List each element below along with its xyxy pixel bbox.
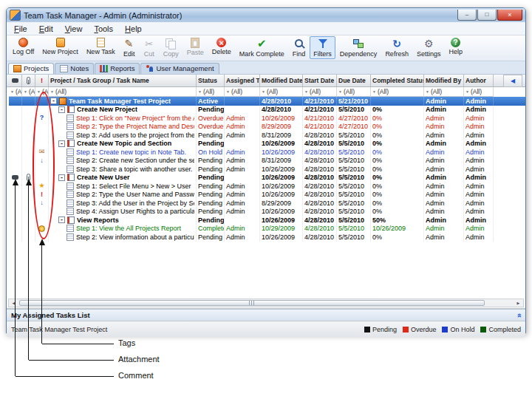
- filter-cell-completed[interactable]: ▼(All): [371, 87, 424, 97]
- assigned-tasks-panel[interactable]: My Assigned Tasks List »: [7, 309, 525, 321]
- app-window: Team Task Manager - Admin (Administrator…: [6, 7, 526, 334]
- maximize-button[interactable]: □: [477, 10, 497, 21]
- grid-row[interactable]: Step 4: Assign User Rights to a particul…: [9, 208, 525, 216]
- column-header-tag[interactable]: !: [35, 75, 49, 86]
- toolbar-edit-button[interactable]: Edit: [120, 36, 139, 59]
- grid-row[interactable]: Step 1: Select File Menu > New > UserPen…: [9, 182, 525, 191]
- column-header-status[interactable]: Status: [197, 75, 225, 86]
- grid-row[interactable]: Step 1: View the All Projects ReportComp…: [9, 225, 525, 233]
- modified-cell: 10/26/2009: [260, 114, 303, 123]
- close-button[interactable]: ×: [497, 10, 522, 21]
- attachment-cell: [22, 106, 35, 115]
- column-header-assigned[interactable]: Assigned To: [225, 75, 260, 86]
- tab-user-management[interactable]: User Management: [140, 63, 219, 74]
- toolbar-delete-button[interactable]: Delete: [208, 36, 235, 57]
- tab-reports[interactable]: Reports: [95, 63, 140, 74]
- toolbar-new-task-button[interactable]: New Task: [83, 36, 119, 57]
- filter-cell-author[interactable]: ▼(All): [464, 87, 494, 97]
- grid-row[interactable]: Step 3: Add users to the project from th…: [9, 131, 525, 140]
- grid-row[interactable]: Step 1: Click on "New Project" from the …: [9, 114, 525, 123]
- column-header-attachment[interactable]: [22, 75, 35, 86]
- menu-bar: FileEditViewToolsHelp: [7, 22, 525, 35]
- grid-row[interactable]: Step 2: Create new Section under the sel…: [9, 157, 525, 166]
- logoff-icon: [18, 38, 28, 47]
- column-header-start[interactable]: Start Date: [303, 75, 337, 86]
- filter-cell-assigned[interactable]: ▼(All): [225, 87, 260, 97]
- filter-cell-modified[interactable]: ▼(All): [260, 87, 303, 97]
- filter-cell-modified_by[interactable]: ▼(All): [424, 87, 464, 97]
- filler-cell: [494, 114, 513, 123]
- collapse-chevron-icon[interactable]: »: [514, 313, 523, 317]
- column-header-completed[interactable]: Completed Status: [371, 75, 424, 86]
- toolbar-dependency-button[interactable]: Dependency: [336, 36, 381, 59]
- grid-row[interactable]: Create New ProjectPending4/28/20104/21/2…: [9, 106, 525, 115]
- column-header-modified_by[interactable]: Modified By: [424, 75, 464, 86]
- filter-cell-start[interactable]: ▼(All): [303, 87, 337, 97]
- toolbar-copy-button[interactable]: Copy: [160, 36, 183, 59]
- completed-cell: 0%: [371, 233, 424, 242]
- due-cell: 5/21/2010: [337, 97, 371, 106]
- due-cell: 5/5/2010: [337, 165, 371, 174]
- column-header-comment[interactable]: [9, 75, 22, 86]
- column-header-modified[interactable]: Modified Date: [260, 75, 303, 86]
- filter-cell-attachment[interactable]: ▼(All): [22, 87, 35, 97]
- toolbar-mark-complete-button[interactable]: Mark Complete: [236, 36, 288, 59]
- horizontal-scrollbar[interactable]: ◀ ▶: [8, 299, 524, 307]
- toolbar-refresh-button[interactable]: Refresh: [381, 36, 412, 59]
- grid-row[interactable]: Step 2: Type the User Name and PasswordP…: [9, 191, 525, 200]
- modified-cell: 10/26/2009: [260, 174, 303, 183]
- toolbar-find-button[interactable]: Find: [289, 36, 310, 59]
- grid-row[interactable]: Step 2: View information about a particu…: [9, 233, 525, 242]
- filter-value: (All): [16, 88, 22, 95]
- title-bar[interactable]: Team Task Manager - Admin (Administrator…: [7, 8, 525, 22]
- filter-cell-due[interactable]: ▼(All): [337, 87, 371, 97]
- tab-projects[interactable]: Projects: [8, 63, 54, 74]
- tree-expander[interactable]: [58, 140, 65, 147]
- step-icon: [66, 191, 74, 198]
- scroll-right-button[interactable]: ▶: [514, 299, 523, 307]
- toolbar-logoff-button[interactable]: Log Off: [9, 36, 38, 57]
- toolbar-help-button[interactable]: Help: [445, 36, 466, 57]
- scrollbar-thumb[interactable]: [19, 300, 485, 306]
- grid-row[interactable]: Step 3: Add the User in the Project by S…: [9, 199, 525, 208]
- column-nav-button[interactable]: ◀: [503, 75, 522, 87]
- tab-notes[interactable]: Notes: [55, 63, 94, 74]
- column-header-author[interactable]: Author: [464, 75, 494, 86]
- toolbar-paste-button[interactable]: Paste: [183, 36, 208, 58]
- grid-row[interactable]: Create New UserPending10/26/20094/28/201…: [9, 174, 525, 183]
- column-header-due[interactable]: Due Date: [337, 75, 371, 86]
- filter-cell-comment[interactable]: ▼(All): [9, 87, 22, 97]
- grid-row[interactable]: Team Task Manager Test ProjectActive4/28…: [9, 97, 525, 106]
- scroll-left-button[interactable]: ◀: [9, 299, 18, 307]
- menu-file[interactable]: File: [9, 24, 33, 34]
- filter-dropdown-icon: ▼: [304, 89, 308, 94]
- completed-cell: [371, 97, 424, 106]
- grid-row[interactable]: Step 3: Share a topic with another user.…: [9, 165, 525, 174]
- grid-row[interactable]: Step 1: Create new topic in Note Tab.On …: [9, 148, 525, 157]
- status-bar: Team Task Manager Test Project PendingOv…: [7, 321, 525, 337]
- filter-cell-name[interactable]: ▼(All): [49, 87, 197, 97]
- minimize-button[interactable]: –: [457, 10, 477, 21]
- menu-help[interactable]: Help: [120, 24, 147, 34]
- tree-expander[interactable]: [58, 174, 65, 181]
- menu-edit[interactable]: Edit: [34, 24, 58, 34]
- filter-cell-status[interactable]: ▼(All): [197, 87, 225, 97]
- task-name-cell: Step 1: Create new topic in Note Tab.: [49, 148, 197, 157]
- modified-cell: 10/26/2009: [260, 165, 303, 174]
- grid-row[interactable]: Step 2: Type the Project Name and Descri…: [9, 123, 525, 132]
- tree-expander[interactable]: [50, 98, 57, 104]
- toolbar-new-project-button[interactable]: New Project: [38, 36, 82, 57]
- menu-view[interactable]: View: [60, 24, 88, 34]
- grid-row[interactable]: View ReportsPending10/26/20094/28/20105/…: [9, 216, 525, 225]
- toolbar-cut-button[interactable]: Cut: [140, 36, 159, 59]
- completed-cell: 0%: [371, 165, 424, 174]
- tree-expander[interactable]: [58, 106, 65, 113]
- tree-expander[interactable]: [58, 216, 65, 223]
- help-icon: [451, 38, 460, 47]
- menu-tools[interactable]: Tools: [89, 24, 118, 34]
- grid-row[interactable]: Create New Topic and SectionPending10/26…: [9, 140, 525, 149]
- toolbar-filters-button[interactable]: Filters: [310, 36, 335, 59]
- column-header-name[interactable]: Project / Task Group / Task Name: [49, 75, 197, 86]
- task-name: Step 2: Type the Project Name and Descri…: [76, 123, 194, 130]
- toolbar-settings-button[interactable]: Settings: [413, 36, 445, 59]
